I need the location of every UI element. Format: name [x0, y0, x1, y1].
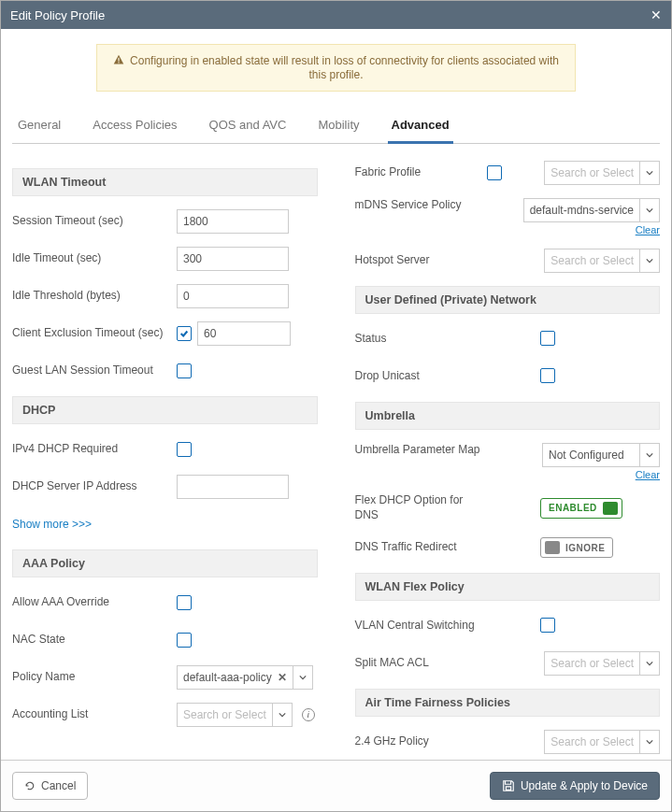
tab-mobility[interactable]: Mobility: [314, 110, 363, 143]
warning-text: Configuring in enabled state will result…: [130, 54, 559, 81]
label-drop-unicast: Drop Unicast: [355, 369, 481, 384]
dhcp-server-ip-input[interactable]: [177, 475, 289, 499]
fabric-profile-checkbox[interactable]: [487, 165, 502, 180]
modal-titlebar: Edit Policy Profile ✕: [1, 1, 671, 29]
dns-traffic-redirect-toggle[interactable]: IGNORE: [540, 537, 613, 558]
svg-rect-1: [118, 62, 119, 63]
umbrella-param-map-select[interactable]: Not Configured: [542, 443, 660, 467]
ipv4-dhcp-required-checkbox[interactable]: [177, 442, 192, 457]
cancel-label: Cancel: [41, 779, 76, 792]
guest-lan-session-checkbox[interactable]: [177, 363, 192, 378]
allow-aaa-override-checkbox[interactable]: [177, 595, 192, 610]
warning-icon: [113, 54, 124, 68]
chevron-down-icon[interactable]: [639, 161, 660, 185]
show-more-link[interactable]: Show more >>>: [12, 518, 92, 531]
label-policy-name: Policy Name: [12, 670, 171, 685]
label-vlan-central-switching: VLAN Central Switching: [355, 619, 481, 634]
label-accounting-list: Accounting List: [12, 707, 171, 722]
section-aaa-policy: AAA Policy: [12, 549, 318, 577]
split-mac-acl-placeholder: Search or Select: [544, 651, 639, 676]
section-dhcp: DHCP: [12, 396, 318, 424]
fabric-profile-placeholder: Search or Select: [544, 161, 639, 185]
flex-dhcp-dns-toggle[interactable]: ENABLED: [540, 498, 622, 519]
24ghz-policy-select[interactable]: Search or Select: [544, 730, 660, 754]
close-icon[interactable]: ✕: [651, 7, 662, 22]
info-icon[interactable]: i: [302, 708, 315, 721]
mdns-service-policy-select[interactable]: default-mdns-service: [523, 198, 660, 222]
chevron-down-icon[interactable]: [639, 651, 660, 676]
label-dhcp-server-ip: DHCP Server IP Address: [12, 479, 171, 494]
client-exclusion-checkbox[interactable]: [177, 326, 192, 341]
label-24ghz-policy: 2.4 GHz Policy: [355, 734, 481, 749]
label-guest-lan-session: Guest LAN Session Timeout: [12, 363, 171, 378]
label-client-exclusion: Client Exclusion Timeout (sec): [12, 326, 171, 341]
section-atf: Air Time Fairness Policies: [355, 689, 661, 717]
label-fabric-profile: Fabric Profile: [355, 165, 481, 180]
drop-unicast-checkbox[interactable]: [540, 368, 555, 383]
label-dns-traffic-redirect: DNS Traffic Redirect: [355, 540, 481, 555]
umbrella-param-map-value: Not Configured: [542, 443, 639, 467]
label-allow-aaa-override: Allow AAA Override: [12, 595, 171, 610]
tab-qos-avc[interactable]: QOS and AVC: [206, 110, 291, 143]
label-flex-dhcp-dns: Flex DHCP Option for DNS: [355, 493, 481, 522]
vlan-central-switching-checkbox[interactable]: [540, 618, 555, 633]
section-umbrella: Umbrella: [355, 402, 661, 430]
right-column: Fabric Profile Search or Select mDNS Ser…: [355, 161, 661, 760]
label-mdns-service-policy: mDNS Service Policy: [355, 198, 481, 213]
chevron-down-icon[interactable]: [272, 703, 293, 727]
24ghz-policy-placeholder: Search or Select: [544, 730, 639, 754]
nac-state-checkbox[interactable]: [177, 633, 192, 648]
warning-banner: Configuring in enabled state will result…: [96, 44, 576, 92]
modal-content: Configuring in enabled state will result…: [1, 29, 671, 760]
policy-name-select[interactable]: default-aaa-policy✕: [177, 665, 313, 690]
section-udn: User Defined (Private) Network: [355, 286, 661, 314]
section-wlan-flex: WLAN Flex Policy: [355, 573, 661, 601]
clear-x-icon[interactable]: ✕: [272, 671, 287, 684]
idle-threshold-input[interactable]: [177, 284, 289, 308]
idle-timeout-input[interactable]: [177, 247, 289, 271]
label-idle-threshold: Idle Threshold (bytes): [12, 289, 171, 304]
toggle-knob: [545, 541, 560, 554]
chevron-down-icon[interactable]: [639, 198, 660, 222]
left-column: WLAN Timeout Session Timeout (sec) Idle …: [12, 161, 318, 760]
section-wlan-timeout: WLAN Timeout: [12, 168, 318, 196]
client-exclusion-input[interactable]: [197, 321, 291, 346]
label-status: Status: [355, 332, 481, 347]
chevron-down-icon[interactable]: [639, 730, 660, 754]
policy-name-value: default-aaa-policy: [183, 671, 272, 684]
tab-general[interactable]: General: [14, 110, 64, 143]
modal-footer: Cancel Update & Apply to Device: [1, 760, 671, 811]
label-hotspot-server: Hotspot Server: [355, 253, 481, 268]
split-mac-acl-select[interactable]: Search or Select: [544, 651, 660, 676]
toggle-label: IGNORE: [565, 543, 605, 553]
label-idle-timeout: Idle Timeout (sec): [12, 251, 171, 266]
accounting-list-select[interactable]: Search or Select: [177, 703, 293, 727]
undo-icon: [24, 780, 36, 791]
tab-access-policies[interactable]: Access Policies: [89, 110, 180, 143]
chevron-down-icon[interactable]: [639, 443, 660, 467]
label-nac-state: NAC State: [12, 633, 171, 648]
save-icon: [502, 779, 515, 792]
toggle-label: ENABLED: [549, 503, 597, 513]
cancel-button[interactable]: Cancel: [12, 772, 88, 800]
apply-button[interactable]: Update & Apply to Device: [490, 772, 660, 800]
modal-title: Edit Policy Profile: [10, 8, 105, 22]
umbrella-clear-link[interactable]: Clear: [636, 469, 660, 480]
label-session-timeout: Session Timeout (sec): [12, 214, 171, 229]
mdns-service-policy-value: default-mdns-service: [523, 198, 639, 222]
fabric-profile-select[interactable]: Search or Select: [544, 161, 660, 185]
chevron-down-icon[interactable]: [293, 665, 313, 690]
tab-advanced[interactable]: Advanced: [388, 110, 453, 144]
apply-label: Update & Apply to Device: [521, 779, 648, 792]
status-checkbox[interactable]: [540, 331, 555, 346]
session-timeout-input[interactable]: [177, 209, 289, 234]
hotspot-server-select[interactable]: Search or Select: [544, 249, 660, 273]
svg-rect-0: [118, 58, 119, 62]
hotspot-server-placeholder: Search or Select: [544, 249, 639, 273]
accounting-list-placeholder: Search or Select: [177, 703, 272, 727]
label-umbrella-param-map: Umbrella Parameter Map: [355, 443, 481, 458]
label-ipv4-dhcp-required: IPv4 DHCP Required: [12, 442, 171, 457]
mdns-clear-link[interactable]: Clear: [636, 224, 660, 235]
toggle-knob: [603, 502, 618, 515]
chevron-down-icon[interactable]: [639, 249, 660, 273]
